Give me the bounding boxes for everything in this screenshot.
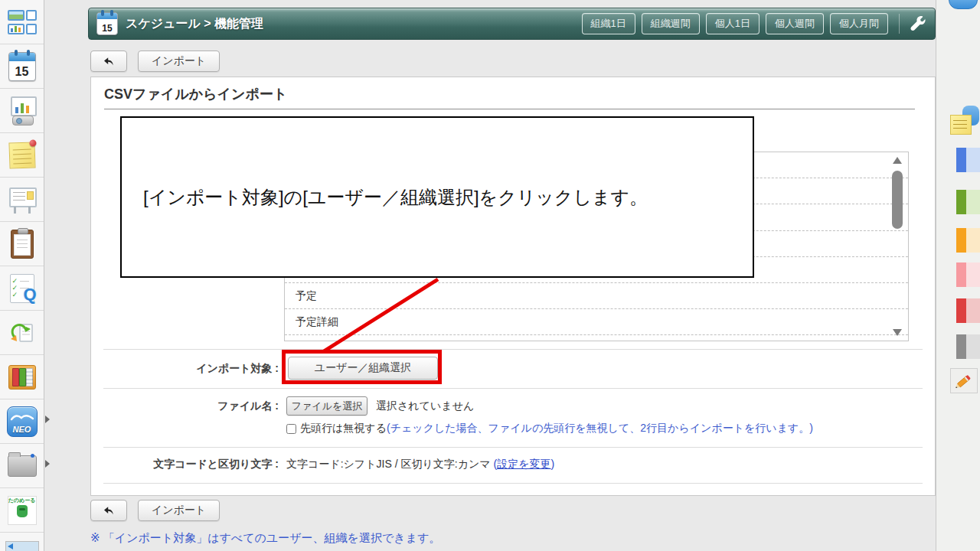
color-swatch [966, 334, 980, 359]
sidebar-item-presentation[interactable] [0, 89, 44, 133]
sidebar-item-survey[interactable]: ✓✓✓ Q [0, 266, 44, 311]
tanomail-label: たのめーる [8, 497, 36, 504]
view-button-org-week[interactable]: 組織週間 [642, 13, 700, 34]
folder-icon [8, 455, 37, 477]
header-divider [899, 14, 900, 34]
back-arrow-icon [103, 55, 115, 67]
color-label-pink[interactable] [956, 262, 980, 287]
sidebar-item-clipboard[interactable] [0, 222, 44, 266]
neo-expand-arrow-icon[interactable] [45, 416, 50, 423]
view-button-org-day[interactable]: 組織1日 [582, 13, 635, 34]
skip-first-row-note: (チェックした場合、ファイルの先頭行を無視して、2行目からインポートを行います。… [387, 422, 813, 435]
tanomail-mascot [17, 505, 28, 517]
sidebar-item-bulletin[interactable] [0, 178, 44, 222]
file-name-label: ファイル名 : [91, 399, 279, 413]
link-paren-close: ) [551, 458, 555, 470]
right-rail [936, 0, 980, 551]
survey-icon: ✓✓✓ Q [10, 274, 34, 303]
sidebar-item-schedule[interactable]: 15 [0, 44, 44, 89]
color-swatch [966, 262, 980, 287]
color-swatch [966, 148, 980, 172]
color-label-gray[interactable] [956, 334, 980, 359]
import-button-bottom[interactable]: インポート [138, 500, 220, 521]
encoding-value-text: 文字コード:シフトJIS / 区切り文字:カンマ [286, 458, 491, 470]
color-swatch [956, 228, 966, 253]
row-separator [103, 349, 923, 350]
color-swatch [956, 334, 966, 359]
row-separator [103, 483, 923, 484]
calendar-day-label: 15 [9, 65, 35, 79]
color-label-green[interactable] [956, 190, 980, 214]
change-settings-link[interactable]: 設定を変更 [497, 458, 550, 470]
sidebar-item-cabinet[interactable] [0, 355, 44, 399]
presentation-icon [7, 96, 38, 126]
breadcrumb-title: スケジュール > 機能管理 [126, 16, 263, 32]
view-button-personal-month[interactable]: 個人月間 [830, 13, 888, 34]
scrollbar-thumb[interactable] [892, 171, 903, 229]
circulation-icon [8, 319, 36, 347]
color-label-blue[interactable] [956, 148, 980, 172]
encoding-value: 文字コード:シフトJIS / 区切り文字:カンマ (設定を変更) [286, 458, 554, 471]
heading-rule [104, 109, 915, 109]
banner-icon [5, 541, 39, 551]
settings-wrench-icon[interactable] [909, 15, 927, 33]
neo-label: NEO [8, 425, 37, 434]
calendar-icon: 15 [8, 52, 36, 81]
scroll-up-icon[interactable] [893, 157, 902, 164]
list-item[interactable]: 予定 [285, 283, 908, 309]
sidebar-item-neo[interactable]: NEO [0, 399, 44, 444]
screen: 15 [0, 0, 980, 551]
memo-pad-icon[interactable] [950, 106, 979, 136]
import-button-top[interactable]: インポート [138, 51, 220, 72]
list-item[interactable]: 場所 [285, 335, 908, 341]
scroll-down-icon[interactable] [893, 329, 902, 336]
note-icon [950, 115, 972, 135]
user-org-select-button[interactable]: ユーザー／組織選択 [288, 357, 438, 380]
edit-pencil-icon[interactable] [950, 368, 978, 393]
footer-note: ※ 「インポート対象」はすべてのユーザー、組織を選択できます。 [90, 531, 440, 546]
header-calendar-icon: 15 [96, 12, 118, 35]
file-status-text: 選択されていません [376, 396, 474, 416]
panel-heading: CSVファイルからインポート [104, 85, 287, 103]
skip-first-row-option: 先頭行は無視する (チェックした場合、ファイルの先頭行を無視して、2行目からイン… [286, 421, 813, 436]
color-swatch [966, 228, 980, 253]
choose-file-button[interactable]: ファイルを選択 [286, 396, 368, 416]
neo-icon: NEO [7, 406, 38, 437]
skip-first-row-label: 先頭行は無視する [300, 422, 387, 435]
list-scrollbar [891, 157, 903, 336]
header-calendar-day: 15 [97, 23, 117, 34]
sidebar-item-portal[interactable] [0, 0, 44, 44]
back-button[interactable] [90, 51, 127, 72]
color-label-red[interactable] [956, 298, 980, 323]
clipboard-icon [11, 230, 34, 259]
top-right-button[interactable] [949, 0, 978, 9]
encoding-label: 文字コードと区切り文字 : [91, 458, 279, 471]
survey-q-letter: Q [23, 285, 36, 305]
sidebar-item-circulation[interactable] [0, 311, 44, 355]
color-label-orange[interactable] [956, 228, 980, 253]
header-bar: 15 スケジュール > 機能管理 組織1日 組織週間 個人1日 個人週間 個人月… [88, 8, 936, 40]
row-separator [103, 447, 923, 448]
sidebar-item-tanomail[interactable]: たのめーる [0, 488, 44, 533]
app-sidebar: 15 [0, 0, 44, 551]
color-swatch [956, 262, 966, 287]
back-arrow-icon [103, 504, 115, 517]
sidebar-item-folder[interactable] [0, 444, 44, 488]
sidebar-item-memo[interactable] [0, 133, 44, 178]
list-item[interactable]: 予定詳細 [285, 309, 908, 335]
import-target-label: インポート対象 : [91, 362, 279, 376]
view-button-personal-week[interactable]: 個人週間 [766, 13, 824, 34]
color-swatch [956, 190, 966, 214]
sidebar-item-banner[interactable] [0, 533, 44, 551]
skip-first-row-checkbox[interactable] [286, 424, 296, 434]
back-button-bottom[interactable] [90, 500, 127, 521]
view-button-personal-day[interactable]: 個人1日 [706, 13, 760, 34]
row-separator [103, 388, 923, 389]
tanomail-icon: たのめーる [8, 496, 37, 525]
tutorial-callout: [インポート対象]の[ユーザー／組織選択]をクリックします。 [120, 116, 754, 278]
color-swatch [956, 298, 966, 323]
bulletin-board-icon [8, 186, 37, 214]
folder-expand-arrow-icon[interactable] [45, 460, 50, 468]
color-swatch [956, 148, 966, 172]
portal-icon [8, 10, 37, 34]
